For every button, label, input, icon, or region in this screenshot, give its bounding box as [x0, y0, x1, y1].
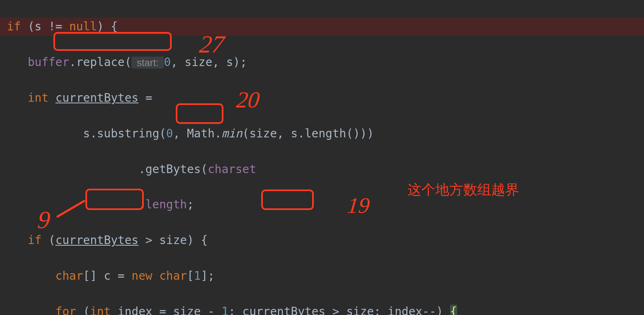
code-line: .length;: [0, 196, 644, 213]
code-line: int currentBytes =: [0, 89, 644, 107]
var-currentBytes: currentBytes: [55, 91, 138, 105]
brace-open: {: [450, 305, 457, 315]
code-line: char[] c = new char[1];: [0, 267, 644, 285]
param-hint: start:: [131, 57, 164, 68]
code-line: for (int index = size - 1; currentBytes …: [0, 303, 644, 315]
code-line: if (s != null) {: [0, 18, 644, 35]
code-editor[interactable]: if (s != null) { buffer.replace( start: …: [0, 0, 644, 315]
code-line: if (currentBytes > size) {: [0, 231, 644, 249]
code-line: s.substring(0, Math.min(size, s.length()…: [0, 125, 644, 142]
code-line: .getBytes(charset: [0, 160, 644, 178]
code-line: buffer.replace( start: 0, size, s);: [0, 53, 644, 71]
kw-if: if: [7, 20, 21, 33]
